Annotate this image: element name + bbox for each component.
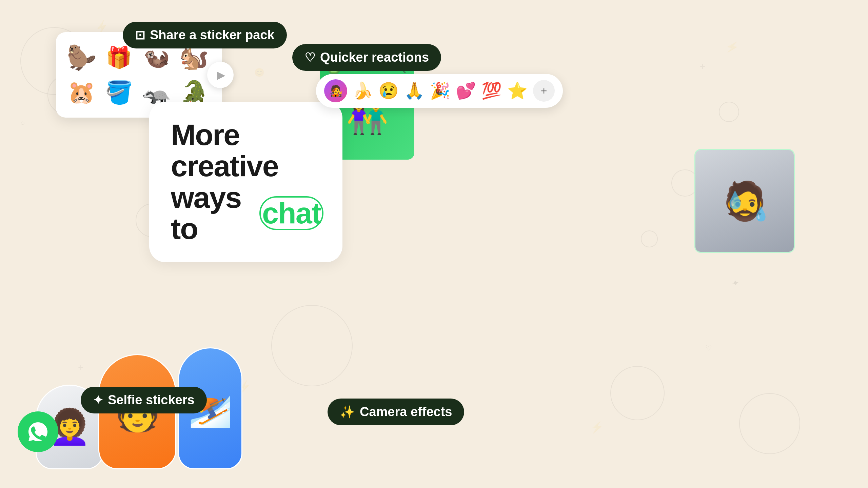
reaction-100: 💯 — [481, 81, 502, 100]
tear-effect-1: 💧 — [725, 191, 745, 210]
reaction-party: 🎉 — [430, 81, 450, 100]
sticker-2: 🎁 — [104, 42, 134, 73]
share-sticker-label: ⊡ Share a sticker pack — [123, 22, 287, 48]
headline-box: More creative ways to chat — [149, 102, 342, 262]
decor-star: ✦ — [731, 277, 740, 289]
reaction-pray: 🙏 — [404, 81, 425, 100]
decor-circle-sm: ○ — [20, 119, 25, 127]
quicker-reactions-label: ♡ Quicker reactions — [292, 44, 441, 71]
page-container: ⚡ ⚡ ⚡ ⚡ ⚡ + + + 🦫 🎁 🦦 🐿️ 🐹 🪣 🦡 🐊 ▶ ⊡ Sha… — [0, 0, 868, 488]
quicker-reactions-text: Quicker reactions — [320, 50, 429, 65]
camera-effects-label: ✨ Camera effects — [328, 399, 464, 425]
sticker-1: 🦫 — [66, 42, 97, 73]
share-sticker-icon: ⊡ — [135, 28, 145, 42]
reaction-avatar: 🧑‍🎤 — [324, 79, 347, 102]
reaction-add-button[interactable]: + — [533, 80, 555, 102]
reactions-panel: 🧑‍🎤 🍌 😢 🙏 🎉 💕 💯 ⭐ + — [316, 74, 563, 108]
send-button[interactable]: ▶ — [207, 62, 234, 88]
camera-effects-photo: 🧔 💧 💧 — [694, 149, 795, 253]
effects-photo-content: 🧔 💧 💧 — [695, 150, 794, 252]
decor-smiley: 😊 — [254, 68, 264, 77]
reaction-banana: 🍌 — [353, 81, 373, 100]
share-sticker-text: Share a sticker pack — [150, 28, 275, 42]
decor-circle-4 — [610, 366, 665, 420]
sticker-6: 🪣 — [104, 77, 134, 107]
whatsapp-icon — [26, 420, 50, 444]
decor-plus-2: + — [700, 61, 705, 72]
decor-circle-7 — [719, 102, 739, 122]
camera-effects-icon: ✨ — [340, 405, 355, 419]
sticker-5: 🐹 — [66, 77, 97, 107]
tear-effect-2: 💧 — [752, 206, 769, 222]
decor-circle-6 — [271, 305, 353, 386]
headline-chat: chat — [262, 198, 321, 229]
quicker-reactions-icon: ♡ — [304, 50, 315, 65]
headline-line1: More creative — [171, 119, 321, 182]
camera-effects-text: Camera effects — [360, 405, 452, 419]
selfie-stickers-text: Selfie stickers — [108, 393, 195, 407]
headline-ways-to: ways to — [171, 182, 244, 245]
whatsapp-logo — [18, 411, 58, 452]
decor-heart: ♡ — [705, 344, 712, 352]
reaction-star: ⭐ — [507, 81, 528, 100]
wa-circle — [18, 411, 58, 452]
reaction-sad: 😢 — [378, 81, 399, 100]
decor-ring — [641, 230, 658, 247]
selfie-stickers-label: ✦ Selfie stickers — [81, 387, 207, 413]
reaction-hearts: 💕 — [456, 81, 476, 100]
headline-text: More creative ways to chat — [171, 119, 321, 245]
send-icon: ▶ — [217, 68, 225, 81]
headline-line2: ways to chat — [171, 182, 321, 245]
decor-lightning-5: ⚡ — [590, 421, 604, 434]
reaction-plus-icon: + — [541, 85, 547, 97]
selfie-stickers-icon: ✦ — [93, 393, 103, 407]
decor-lightning-2: ⚡ — [725, 40, 740, 55]
sticker-grid: 🦫 🎁 🦦 🐿️ 🐹 🪣 🦡 🐊 — [66, 42, 212, 107]
decor-circle-8 — [739, 393, 800, 454]
